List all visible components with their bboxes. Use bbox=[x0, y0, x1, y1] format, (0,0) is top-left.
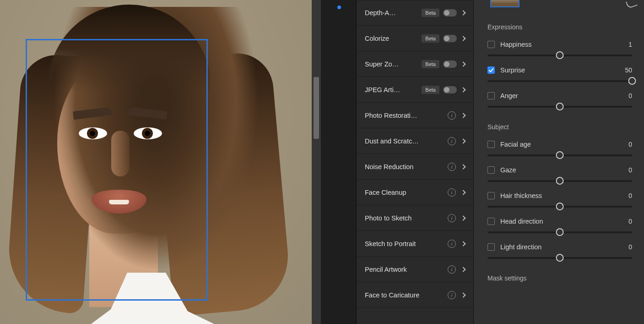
info-icon[interactable]: i bbox=[448, 291, 456, 299]
filter-label: Photo to Sketch bbox=[365, 214, 429, 222]
filter-toggle[interactable] bbox=[443, 35, 457, 42]
reset-icon[interactable] bbox=[626, 0, 638, 9]
mask-settings-heading: Mask settings bbox=[487, 275, 632, 282]
beta-badge: Beta bbox=[422, 86, 439, 94]
slider-track-hair_thickness[interactable] bbox=[487, 206, 632, 208]
slider-label: Facial age bbox=[500, 141, 628, 148]
slider-track-happiness[interactable] bbox=[487, 55, 632, 56]
face-thumbnail-selected[interactable] bbox=[490, 0, 520, 7]
slider-header: Light direction0 bbox=[487, 243, 632, 251]
filter-item-10[interactable]: Pencil Artworki bbox=[357, 257, 473, 282]
filter-item-9[interactable]: Sketch to Portraiti bbox=[357, 231, 473, 257]
info-icon[interactable]: i bbox=[448, 214, 456, 222]
slider-thumb-gaze[interactable] bbox=[556, 177, 564, 185]
slider-header: Gaze0 bbox=[487, 166, 632, 174]
filter-item-11[interactable]: Face to Caricaturei bbox=[357, 282, 473, 308]
chevron-right-icon bbox=[460, 215, 465, 220]
slider-value: 0 bbox=[628, 166, 632, 174]
filter-toggle[interactable] bbox=[443, 86, 457, 93]
slider-checkbox-happiness[interactable] bbox=[487, 41, 495, 48]
filter-item-2[interactable]: Super Zo…Beta bbox=[357, 51, 473, 77]
image-canvas[interactable] bbox=[0, 0, 312, 324]
filter-label: Super Zo… bbox=[365, 60, 405, 68]
filter-label: Face Cleanup bbox=[365, 189, 429, 196]
slider-thumb-hair_thickness[interactable] bbox=[556, 203, 564, 210]
slider-track-facial_age[interactable] bbox=[487, 154, 632, 156]
chevron-right-icon bbox=[460, 241, 465, 246]
filter-toggle[interactable] bbox=[443, 60, 457, 68]
slider-label: Light direction bbox=[500, 243, 628, 251]
info-icon[interactable]: i bbox=[448, 240, 456, 248]
beta-badge: Beta bbox=[422, 9, 439, 17]
slider-checkbox-facial_age[interactable] bbox=[487, 141, 495, 148]
filter-item-1[interactable]: ColorizeBeta bbox=[357, 26, 473, 51]
slider-checkbox-light_direction[interactable] bbox=[487, 243, 495, 251]
filter-label: Face to Caricature bbox=[365, 291, 429, 299]
slider-track-light_direction[interactable] bbox=[487, 257, 632, 259]
slider-hair_thickness: Hair thickness0 bbox=[487, 192, 632, 208]
slider-value: 0 bbox=[628, 192, 632, 199]
canvas-scrollbar[interactable] bbox=[312, 0, 321, 324]
filter-item-7[interactable]: Face Cleanupi bbox=[357, 180, 473, 205]
filter-item-8[interactable]: Photo to Sketchi bbox=[357, 205, 473, 231]
filter-list: Depth-A…BetaColorizeBetaSuper Zo…BetaJPE… bbox=[357, 0, 474, 324]
slider-header: Facial age0 bbox=[487, 141, 632, 148]
filter-toggle[interactable] bbox=[443, 9, 457, 16]
chevron-right-icon bbox=[460, 164, 465, 169]
slider-thumb-happiness[interactable] bbox=[556, 51, 564, 59]
filter-item-3[interactable]: JPEG Arti…Beta bbox=[357, 77, 473, 103]
filter-item-5[interactable]: Dust and Scratc…i bbox=[357, 128, 473, 154]
slider-checkbox-head_direction[interactable] bbox=[487, 218, 495, 225]
slider-checkbox-anger[interactable] bbox=[487, 92, 495, 99]
slider-header: Head direction0 bbox=[487, 218, 632, 225]
filter-label: Dust and Scratc… bbox=[365, 137, 429, 145]
filter-label: Photo Restorati… bbox=[365, 112, 429, 119]
slider-track-surprise[interactable] bbox=[487, 80, 632, 82]
status-dot-icon bbox=[337, 5, 341, 9]
slider-gaze: Gaze0 bbox=[487, 166, 632, 182]
face-selection-rect[interactable] bbox=[26, 39, 208, 301]
slider-value: 0 bbox=[628, 141, 632, 148]
slider-label: Hair thickness bbox=[500, 192, 628, 199]
slider-value: 50 bbox=[625, 66, 632, 74]
info-icon[interactable]: i bbox=[448, 111, 456, 120]
slider-checkbox-surprise[interactable] bbox=[487, 66, 495, 74]
info-icon[interactable]: i bbox=[448, 163, 456, 171]
app-root: Depth-A…BetaColorizeBetaSuper Zo…BetaJPE… bbox=[0, 0, 644, 324]
info-icon[interactable]: i bbox=[448, 137, 456, 145]
slider-checkbox-gaze[interactable] bbox=[487, 166, 495, 174]
filter-item-6[interactable]: Noise Reductioni bbox=[357, 154, 473, 180]
slider-label: Anger bbox=[500, 92, 628, 99]
slider-thumb-head_direction[interactable] bbox=[556, 228, 564, 236]
filter-item-0[interactable]: Depth-A…Beta bbox=[357, 0, 473, 26]
properties-panel: Expressions Happiness1 Surprise50 Anger0… bbox=[474, 0, 644, 324]
slider-value: 1 bbox=[628, 41, 632, 48]
subject-heading: Subject bbox=[487, 123, 632, 131]
slider-header: Anger0 bbox=[487, 92, 632, 99]
canvas-viewport[interactable] bbox=[0, 0, 312, 324]
slider-thumb-anger[interactable] bbox=[556, 103, 564, 110]
expressions-heading: Expressions bbox=[487, 23, 632, 31]
canvas-scrollbar-thumb[interactable] bbox=[314, 77, 319, 139]
slider-track-anger[interactable] bbox=[487, 106, 632, 108]
slider-header: Hair thickness0 bbox=[487, 192, 632, 199]
slider-thumb-facial_age[interactable] bbox=[556, 151, 564, 159]
chevron-right-icon bbox=[460, 292, 465, 297]
slider-label: Surprise bbox=[500, 66, 625, 74]
chevron-right-icon bbox=[460, 87, 465, 92]
slider-value: 0 bbox=[628, 92, 632, 99]
filter-label: Depth-A… bbox=[365, 9, 405, 16]
filter-item-4[interactable]: Photo Restorati…i bbox=[357, 103, 473, 128]
info-icon[interactable]: i bbox=[448, 188, 456, 197]
chevron-right-icon bbox=[460, 190, 465, 195]
slider-checkbox-hair_thickness[interactable] bbox=[487, 192, 495, 199]
slider-thumb-light_direction[interactable] bbox=[556, 254, 564, 262]
chevron-right-icon bbox=[460, 61, 465, 66]
slider-thumb-surprise[interactable] bbox=[628, 77, 636, 85]
slider-track-gaze[interactable] bbox=[487, 180, 632, 182]
slider-label: Happiness bbox=[500, 41, 628, 48]
chevron-right-icon bbox=[460, 36, 465, 41]
info-icon[interactable]: i bbox=[448, 265, 456, 274]
chevron-right-icon bbox=[460, 10, 465, 15]
slider-track-head_direction[interactable] bbox=[487, 231, 632, 233]
